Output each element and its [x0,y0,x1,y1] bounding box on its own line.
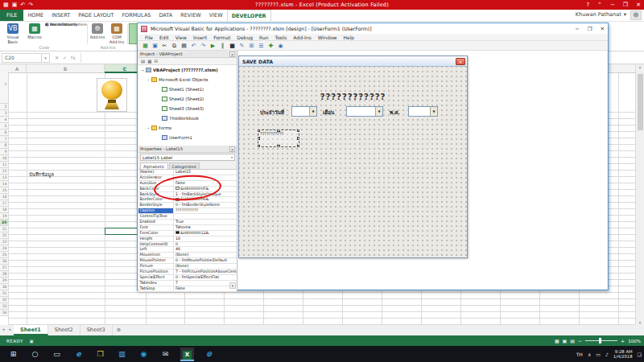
paste-icon[interactable]: ▤ [180,43,188,49]
row-header[interactable]: 5 [0,123,8,130]
property-row[interactable]: AutoSize False [138,181,237,187]
undo-icon[interactable]: ↶ [190,43,197,49]
clock[interactable]: 9:28 AM 1/4/2018 [613,349,633,359]
cancel-icon[interactable]: ✕ [55,55,59,60]
properties-window-icon[interactable]: ☰ [258,43,265,49]
ribbon-tab[interactable]: VIEW [205,10,227,21]
property-row[interactable]: TabStop False [138,286,237,292]
row-header[interactable]: 6 [0,130,8,136]
property-row[interactable]: Height 18 [138,237,237,242]
year-label[interactable]: พ.ศ. [390,109,400,117]
fx-icon[interactable]: fx [71,55,76,60]
form-heading-label[interactable]: ???????????? [239,93,467,101]
property-row[interactable]: PicturePosition 7 - fmPicturePositionAbo… [138,269,237,275]
chevron-down-icon[interactable]: ▼ [375,107,382,116]
property-row[interactable]: HelpContextID 0 [138,242,237,248]
row-header[interactable]: 7 [0,136,8,142]
resize-handle[interactable] [297,145,299,147]
chevron-down-icon[interactable]: ▼ [430,107,437,116]
zoom-out-button[interactable]: − [578,338,582,343]
sheet-nav-right-icon[interactable]: ▸ [7,325,14,335]
expand-icon[interactable]: − [140,68,146,72]
vba-menu-item[interactable]: Debug [234,35,255,40]
tree-item-forms[interactable]: − Forms [138,123,237,133]
row-header[interactable]: 4 [0,117,8,123]
row-header[interactable]: 29 [0,278,8,284]
property-row[interactable]: TabIndex 7 [138,281,237,286]
cut-icon[interactable]: ✂ [161,43,168,49]
property-row[interactable]: MousePointer 0 - fmMousePointerDefault [138,258,237,264]
vba-menu-item[interactable]: File [142,35,155,40]
tree-item-vbaproject[interactable]: − VBAProject (????????.xlsm) [138,65,237,75]
normal-view-icon[interactable]: ▦ [555,338,559,343]
money-app-icon[interactable]: ◉ [137,348,151,361]
row-header[interactable]: 20 [0,220,8,226]
toggle-folders-icon[interactable]: ⊟ [154,59,158,64]
edge-icon[interactable]: e [72,348,85,361]
sheet-tab[interactable]: Sheet2 [48,325,80,335]
close-icon[interactable]: ✕ [229,51,235,57]
vba-menu-item[interactable]: Add-Ins [291,35,313,40]
page-break-view-icon[interactable]: ▤ [570,338,575,343]
tree-item-thisworkbook[interactable]: ThisWorkbook [138,113,237,123]
vba-menu-item[interactable]: Format [211,35,233,40]
scroll-down-icon[interactable]: ▾ [229,282,236,289]
row-header[interactable]: 22 [0,232,8,239]
userform-body[interactable]: ???????????? ประจำวันที่ ▼ เดือน ▼ พ.ศ. … [239,67,467,257]
sheet-tab[interactable]: Sheet3 [80,325,113,335]
property-row[interactable]: ForeColor &H80000012& [138,231,237,237]
property-row[interactable]: Font Tahoma [138,225,237,231]
row-header[interactable]: 15 [0,187,8,194]
row-header[interactable]: 23 [0,239,8,245]
close-icon[interactable]: ✕ [229,146,235,152]
row-header[interactable]: 34 [0,310,8,316]
tree-item-sheet1[interactable]: Sheet1 (Sheet1) [138,84,237,94]
row-header[interactable]: 32 [0,297,8,303]
sheet-nav-left-icon[interactable]: ◂ [0,325,7,335]
account-name[interactable]: Khuwan Pathanat ▾ [576,11,626,18]
macro-record-icon[interactable]: ▣ [30,339,34,343]
vba-menu-item[interactable]: Help [341,35,357,40]
row-header[interactable]: 13 [0,175,8,181]
design-mode-icon[interactable]: ✎ [238,43,246,49]
row-header[interactable]: 33 [0,303,8,310]
property-row[interactable]: MouseIcon (None) [138,253,237,258]
row-header[interactable]: 18 [0,207,8,213]
property-row[interactable]: Enabled True [138,220,237,225]
display-icon[interactable]: ▭ [596,352,601,357]
selected-label15[interactable]: ??????????? [258,130,299,147]
name-box-caret-icon[interactable]: ▾ [42,53,50,63]
close-icon[interactable]: ✕ [456,58,465,65]
resize-handle[interactable] [277,130,280,132]
com-addins-button[interactable]: ▦ COM Add-Ins [107,23,126,44]
ribbon-tab[interactable]: FORMULAS [118,10,155,21]
hidden-icons-chevron[interactable]: ∧ [588,352,591,357]
property-row[interactable]: Accelerator [138,175,237,181]
view-excel-icon[interactable]: ▦ [142,43,149,49]
ribbon-display-options-button[interactable]: ⌃ [596,0,604,10]
row-header[interactable]: 2 [0,104,8,110]
ribbon-tab[interactable]: HOME [23,10,47,21]
chevron-down-icon[interactable]: ▼ [309,107,316,116]
addins-button[interactable]: ⚙ Add-Ins [89,23,106,39]
language-indicator[interactable]: TH [576,352,583,357]
run-icon[interactable]: ▶ [209,43,217,49]
enter-icon[interactable]: ✓ [63,55,67,60]
vba-menu-item[interactable]: Run [257,35,271,40]
resize-handle[interactable] [297,130,299,132]
zoom-slider-knob[interactable] [599,338,601,343]
excel-taskbar-icon[interactable]: X [180,348,194,361]
year-combobox[interactable]: ▼ [408,106,438,117]
vba-menu-item[interactable]: Insert [191,35,209,40]
view-object-icon[interactable]: ▦ [147,59,151,64]
vertical-scrollbar[interactable]: ▴ ▾ [635,64,644,325]
task-view-icon[interactable]: ▭ [50,348,64,361]
name-box[interactable]: C20 [2,53,42,63]
vba-close-button[interactable]: ✕ [601,26,605,32]
row-header[interactable]: 31 [0,290,8,297]
toolbox-icon[interactable]: ✚ [267,43,275,49]
row-header[interactable]: 26 [0,258,8,265]
userform-title-bar[interactable]: SAVE DATA [239,56,467,67]
row-header[interactable]: 10 [0,155,8,162]
tree-item-userform1[interactable]: UserForm1 [138,133,237,142]
